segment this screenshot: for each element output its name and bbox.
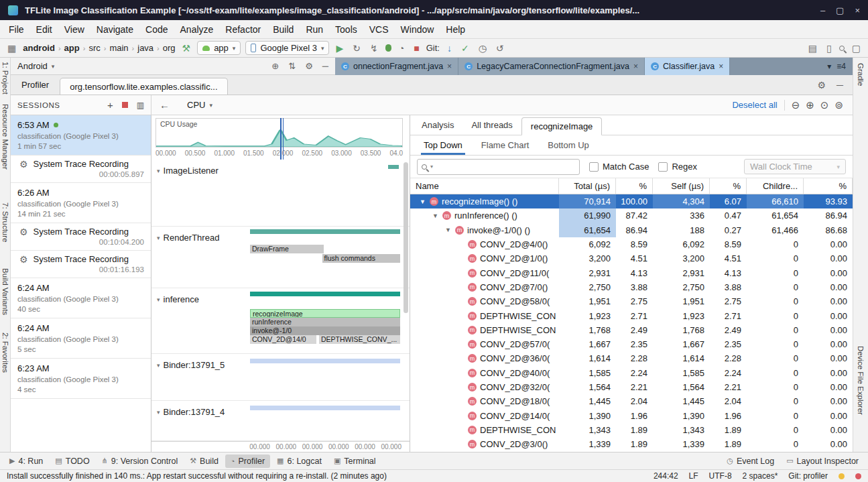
breadcrumb-android[interactable]: android xyxy=(23,43,55,53)
menu-item-file[interactable]: File xyxy=(3,24,30,35)
device-dropdown[interactable]: Google Pixel 3 ▾ xyxy=(245,41,329,55)
vertical-scrollbar[interactable] xyxy=(404,162,408,313)
maximize-window-icon[interactable]: ▢ xyxy=(836,5,844,15)
tree-table-row[interactable]: mCONV_2D@1/0()3,2004.513,2004.5100.00 xyxy=(410,251,853,265)
breadcrumb-src[interactable]: src xyxy=(88,43,100,53)
git-branch[interactable]: Git: profiler xyxy=(788,471,828,481)
tool-stripe-2-favorites[interactable]: 2: Favorites xyxy=(1,333,9,373)
debug-icon[interactable] xyxy=(385,44,391,52)
save-all-icon[interactable]: ▦ xyxy=(5,43,18,54)
menu-item-navigate[interactable]: Navigate xyxy=(90,24,139,35)
editor-tab-classifier-java[interactable]: CClassifier.java× xyxy=(645,58,730,75)
layout-editor-icon[interactable]: ▤ xyxy=(806,43,819,54)
stop-recording-icon[interactable] xyxy=(122,102,128,108)
thread-label[interactable]: ▾ImageListener xyxy=(157,166,219,176)
file-encoding[interactable]: UTF-8 xyxy=(709,471,732,481)
tree-table-row[interactable]: mCONV_2D@4/0()6,0928.596,0928.5900.00 xyxy=(410,237,853,251)
column-header-[interactable]: % xyxy=(616,178,653,194)
reset-zoom-icon[interactable]: ⊙ xyxy=(820,99,829,111)
minimize-panel-icon[interactable]: ─ xyxy=(836,80,843,91)
tree-table-row[interactable]: mCONV_2D@40/0(1,5852.241,5852.2400.00 xyxy=(410,366,853,380)
menu-item-refactor[interactable]: Refactor xyxy=(219,24,267,35)
locate-file-icon[interactable]: ⊕ xyxy=(271,61,279,71)
breadcrumb-app[interactable]: app xyxy=(64,43,80,53)
menu-item-analyze[interactable]: Analyze xyxy=(174,24,220,35)
column-header-[interactable]: % xyxy=(710,178,747,194)
analysis-tab-recognizeimage[interactable]: recognizeImage xyxy=(521,117,603,135)
menu-item-code[interactable]: Code xyxy=(139,24,174,35)
new-session-plus-icon[interactable]: + xyxy=(107,99,113,111)
tree-table-row[interactable]: mCONV_2D@57/0(1,6672.351,6672.3500.00 xyxy=(410,337,853,351)
close-window-icon[interactable]: × xyxy=(855,5,860,15)
clock-type-dropdown[interactable]: Wall Clock Time ▾ xyxy=(744,159,846,174)
thread-label[interactable]: ▾Binder:13791_5 xyxy=(157,360,225,370)
session-item[interactable]: 6:53 AMclassification (Google Pixel 3)1 … xyxy=(11,115,151,156)
tree-table-row[interactable]: mDEPTHWISE_CON1,7682.491,7682.4900.00 xyxy=(410,323,853,337)
tree-table-row[interactable]: mCONV_2D@3/0()1,3391.891,3391.8900.00 xyxy=(410,437,853,451)
tool-stripe-1-project[interactable]: 1: Project xyxy=(1,62,9,95)
tree-table-row[interactable]: mCONV_2D@58/0(1,9512.751,9512.7500.00 xyxy=(410,294,853,308)
tool-stripe-gradle[interactable]: Gradle xyxy=(857,63,865,86)
stop-icon[interactable]: ■ xyxy=(412,43,421,54)
search-everywhere-icon[interactable] xyxy=(839,46,845,51)
toolwindow-button-6-logcat[interactable]: ▦6: Logcat xyxy=(271,455,327,468)
tool-stripe-device-file-explorer[interactable]: Device File Explorer xyxy=(857,346,865,415)
tree-table-row[interactable]: ▼mrecognizeImage() ()70,914100.004,3046.… xyxy=(410,194,853,208)
session-item[interactable]: 6:24 AMclassification (Google Pixel 3)5 … xyxy=(11,318,151,359)
expand-icon[interactable]: ▼ xyxy=(445,227,452,233)
close-tab-icon[interactable]: × xyxy=(719,62,723,71)
trace-recording-item[interactable]: ⚙System Trace Recording00:10:04.200 xyxy=(11,223,151,251)
regex-checkbox[interactable]: Regex xyxy=(658,162,697,172)
tree-table-row[interactable]: mDEPTHWISE_CON1,9232.711,9232.7100.00 xyxy=(410,308,853,322)
subtab-top-down[interactable]: Top Down xyxy=(416,135,471,155)
line-separator[interactable]: LF xyxy=(689,471,698,481)
toolwindow-button-todo[interactable]: ▤TODO xyxy=(50,455,95,468)
toolwindow-button-4-run[interactable]: ▶4: Run xyxy=(4,455,48,468)
close-tab-icon[interactable]: × xyxy=(447,62,452,71)
minimize-window-icon[interactable]: – xyxy=(820,5,825,15)
search-options-chevron-icon[interactable]: ▾ xyxy=(430,164,433,170)
trace-recording-item[interactable]: ⚙System Trace Recording00:00:05.897 xyxy=(11,156,151,183)
breadcrumb-org[interactable]: org xyxy=(163,43,176,53)
tree-table-row[interactable]: mCONV_2D@36/0(1,6142.281,6142.2800.00 xyxy=(410,351,853,365)
breadcrumb-main[interactable]: main xyxy=(109,43,128,53)
menu-item-window[interactable]: Window xyxy=(395,24,440,35)
run-configuration-dropdown[interactable]: app ▾ xyxy=(197,41,241,55)
git-rollback-icon[interactable]: ↺ xyxy=(494,43,506,54)
column-header-[interactable]: % xyxy=(804,178,853,194)
profile-app-icon[interactable]: ◔ xyxy=(397,43,406,54)
deselect-all-link[interactable]: Deselect all xyxy=(732,100,777,110)
tab-list-icon[interactable]: ≡4 xyxy=(836,62,846,71)
menu-item-run[interactable]: Run xyxy=(300,24,329,35)
back-arrow-icon[interactable]: ← xyxy=(160,99,170,111)
menu-item-view[interactable]: View xyxy=(58,24,90,35)
tree-table-row[interactable]: ▼minvoke@-1/0() ()61,65486.941880.2761,4… xyxy=(410,223,853,237)
zoom-in-icon[interactable]: ⊕ xyxy=(806,99,814,111)
analysis-tab-all-threads[interactable]: All threads xyxy=(462,115,521,135)
tree-table-row[interactable]: mCONV_2D@18/0(1,4452.041,4452.0400.00 xyxy=(410,394,853,408)
column-header-name[interactable]: Name xyxy=(410,178,559,194)
notifications-icon[interactable]: ▢ xyxy=(850,43,863,54)
hide-panel-icon[interactable]: ─ xyxy=(322,61,328,71)
git-commit-icon[interactable]: ✓ xyxy=(459,43,471,54)
project-view-selector[interactable]: Android xyxy=(17,61,48,71)
apply-changes-icon[interactable]: ↻ xyxy=(351,43,363,54)
git-history-icon[interactable]: ◷ xyxy=(477,43,489,54)
zoom-to-selection-icon[interactable]: ⊚ xyxy=(834,99,843,111)
profiler-window-label[interactable]: Profiler xyxy=(11,75,60,95)
profiler-settings-gear-icon[interactable]: ⚙ xyxy=(818,80,826,91)
zoom-out-icon[interactable]: ⊖ xyxy=(792,99,800,111)
analysis-tab-analysis[interactable]: Analysis xyxy=(413,115,462,135)
column-header-childre[interactable]: Childre... xyxy=(747,178,804,194)
scroll-sync-icon[interactable]: ⇅ xyxy=(288,61,296,71)
editor-tab-onnectionfragment-java[interactable]: ConnectionFragment.java× xyxy=(335,58,458,75)
device-manager-icon[interactable]: ▯ xyxy=(824,43,834,54)
close-tab-icon[interactable]: × xyxy=(633,62,638,71)
toolwindow-button-build[interactable]: ⚒Build xyxy=(184,455,224,468)
session-item[interactable]: 6:24 AMclassification (Google Pixel 3)40… xyxy=(11,278,151,318)
editor-tab-legacycameraconnectionfragment-java[interactable]: CLegacyCameraConnectionFragment.java× xyxy=(458,58,645,75)
tree-table-row[interactable]: ▼mrunInference() ()61,99087.423360.4761,… xyxy=(410,208,853,223)
thread-label[interactable]: ▾inference xyxy=(157,294,199,304)
toolwindow-button-layout-inspector[interactable]: ▭Layout Inspector xyxy=(781,455,864,468)
menu-item-vcs[interactable]: VCS xyxy=(363,24,395,35)
